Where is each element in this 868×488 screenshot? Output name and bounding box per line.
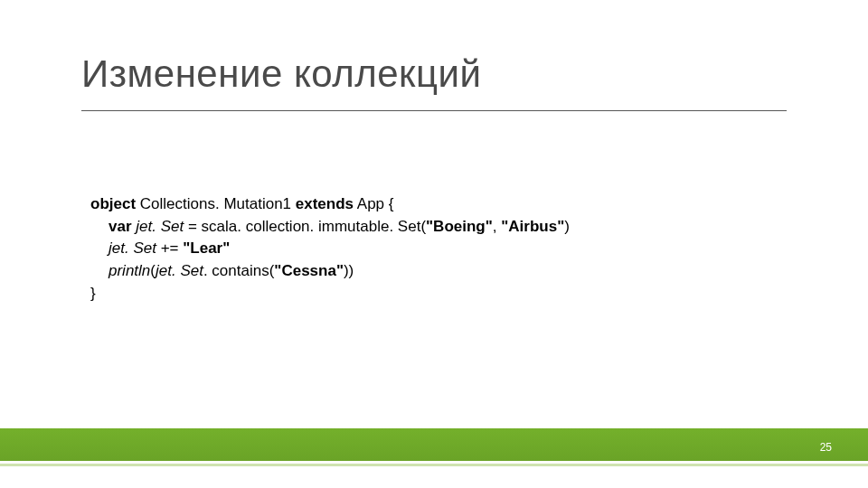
code-line-1: object Collections. Mutation1 extends Ap… [90,193,570,216]
code-text: += [161,239,184,257]
code-text: )) [344,262,354,279]
code-ident: jet. Set [108,239,161,257]
code-ident: jet. Set [132,218,184,235]
code-line-3: jet. Set += "Lear" [90,238,570,260]
keyword-extends: extends [296,195,354,212]
code-text: ) [564,218,570,235]
string-literal: "Cessna" [274,262,344,279]
slide: Изменение коллекций object Collections. … [0,0,868,488]
footer-accent [0,464,868,466]
page-number: 25 [820,441,832,454]
footer-bar [0,428,868,461]
code-text: = scala. collection. immutable. Set( [184,218,426,235]
string-literal: "Airbus" [501,218,564,235]
code-text: App { [354,195,393,212]
keyword-object: object [90,195,136,212]
code-text: , [493,218,501,235]
string-literal: "Lear" [183,239,230,257]
string-literal: "Boeing" [426,218,493,235]
code-block: object Collections. Mutation1 extends Ap… [90,193,570,305]
code-line-4: println(jet. Set. contains("Cessna")) [90,260,570,283]
code-line-2: var jet. Set = scala. collection. immuta… [90,216,570,239]
slide-title: Изменение коллекций [81,52,481,96]
code-ident: println [108,262,150,279]
code-ident: jet. Set [156,262,203,279]
keyword-var: var [108,218,132,235]
code-text: . contains( [203,262,274,279]
code-line-5: } [90,283,570,305]
code-text: Collections. Mutation1 [136,195,296,212]
title-underline [81,110,787,111]
